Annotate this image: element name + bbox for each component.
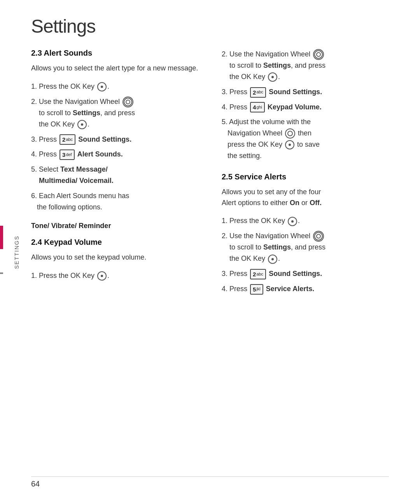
ok-key-icon-sa1 <box>288 217 297 226</box>
section-service-alerts-title: 2.5 Service Alerts <box>222 172 389 181</box>
key-3def: 3def <box>60 149 75 160</box>
kv-step-5: 5. Adjust the volume with the Navigation… <box>222 116 389 161</box>
ok-key-icon-1 <box>97 82 107 91</box>
sa-step-1: 1. Press the OK Key . <box>222 215 389 227</box>
section-alert-sounds-title: 2.3 Alert Sounds <box>31 49 198 58</box>
sidebar-label: Settings <box>14 235 20 269</box>
key-2abc-sa: 2abc <box>250 269 266 279</box>
step-3: 3. Press 2abc Sound Settings. <box>31 134 198 145</box>
ok-key-icon-kv1 <box>97 271 107 281</box>
sa-step-2: 2. Use the Navigation Wheel to scroll to… <box>222 230 389 264</box>
sidebar-line <box>0 272 3 274</box>
ok-key-icon-kv2 <box>268 72 277 82</box>
step-6: 6. Each Alert Sounds menu has the follow… <box>31 190 198 213</box>
ok-key-icon-kv5 <box>285 140 294 149</box>
section-service-alerts: 2.5 Service Alerts Allows you to set any… <box>222 172 389 295</box>
kv-step-3: 3. Press 2abc Sound Settings. <box>222 86 389 98</box>
page-title: Settings <box>0 0 420 49</box>
sa-step-4: 4. Press 5jkl Service Alerts. <box>222 283 389 295</box>
section-alert-sounds: 2.3 Alert Sounds Allows you to select th… <box>31 49 198 230</box>
keypad-volume-steps: 1. Press the OK Key . <box>31 270 198 281</box>
key-4ghi: 4ghi <box>250 102 265 112</box>
section-keypad-volume-desc: Allows you to set the keypad volume. <box>31 252 198 263</box>
step-5: 5. Select Text Message/ Multimedia/ Voic… <box>31 164 198 186</box>
kv-step-2: 2. Use the Navigation Wheel to scroll to… <box>222 49 389 83</box>
nav-wheel-icon-kv2 <box>313 49 324 60</box>
page-number: 64 <box>31 479 40 488</box>
content-area: 2.3 Alert Sounds Allows you to select th… <box>0 49 420 304</box>
tone-options: Tone/ Vibrate/ Reminder <box>31 222 198 230</box>
ok-key-icon-2 <box>77 120 87 129</box>
section-keypad-volume: 2.4 Keypad Volume Allows you to set the … <box>31 238 198 281</box>
nav-wheel-icon-2 <box>122 97 133 107</box>
keypad-volume-right-steps: 2. Use the Navigation Wheel to scroll to… <box>222 49 389 162</box>
section-alert-sounds-desc: Allows you to select the alert type for … <box>31 63 198 74</box>
step-1: 1. Press the OK Key . <box>31 81 198 92</box>
kv-step-4: 4. Press 4ghi Keypad Volume. <box>222 102 389 113</box>
kv-step-1: 1. Press the OK Key . <box>31 270 198 281</box>
sidebar-accent-bar <box>0 226 3 249</box>
nav-wheel-icon-sa2 <box>313 231 324 242</box>
section-keypad-volume-title: 2.4 Keypad Volume <box>31 238 198 247</box>
page-divider <box>31 476 389 477</box>
section-service-alerts-desc: Allows you to set any of the four Alert … <box>222 187 389 209</box>
right-column: 2. Use the Navigation Wheel to scroll to… <box>222 49 389 304</box>
sa-step-3: 3. Press 2abc Sound Settings. <box>222 268 389 279</box>
key-2abc: 2abc <box>60 134 75 145</box>
ok-key-icon-sa2 <box>268 255 277 264</box>
step-4: 4. Press 3def Alert Sounds. <box>31 149 198 160</box>
alert-sounds-steps: 1. Press the OK Key . 2. Use the Navigat… <box>31 81 198 212</box>
sidebar-wrapper: Settings <box>0 0 16 504</box>
keypad-volume-right: 2. Use the Navigation Wheel to scroll to… <box>222 49 389 162</box>
key-2abc-kv: 2abc <box>250 87 266 98</box>
nav-wheel-icon-kv5 <box>285 128 295 139</box>
step-2: 2. Use the Navigation Wheel to scroll to… <box>31 96 198 130</box>
left-column: 2.3 Alert Sounds Allows you to select th… <box>31 49 198 304</box>
service-alerts-steps: 1. Press the OK Key . 2. Use the Navigat… <box>222 215 389 294</box>
key-5jkl: 5jkl <box>250 284 263 295</box>
